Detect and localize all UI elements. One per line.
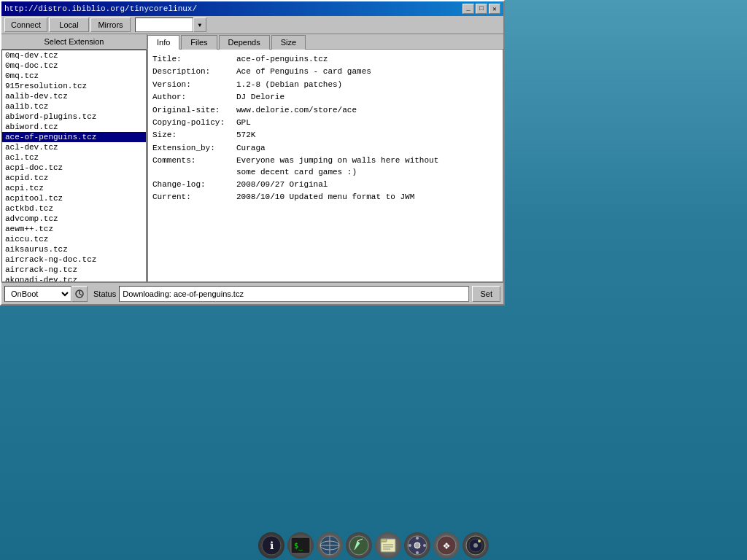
description-label: Description: [152,66,236,77]
copying-policy-value: GPL [236,117,498,128]
terminal-icon: $_ [290,534,311,556]
list-item[interactable]: 915resolution.tcz [2,81,146,91]
list-item[interactable]: aiksaurus.tcz [2,244,146,254]
status-label: Status [93,289,116,298]
extension-list[interactable]: 0mq-dev.tcz0mq-doc.tcz0mq.tcz915resoluti… [1,50,147,282]
info-row-current: Current: 2008/10/10 Updated menu format … [152,192,498,203]
svg-point-21 [416,551,419,554]
list-item[interactable]: aalib-dev.tcz [2,91,146,101]
taskbar-info-icon[interactable]: ℹ [258,532,285,559]
comments-value: Everyone was jumping on walls here witho… [236,155,498,178]
list-item[interactable]: 0mq-doc.tcz [2,61,146,71]
svg-text:ℹ: ℹ [270,540,274,551]
svg-point-29 [478,540,481,542]
title-value: ace-of-penguins.tcz [236,54,498,65]
list-item[interactable]: abiword.tcz [2,122,146,132]
list-item[interactable]: 0mq.tcz [2,71,146,81]
search-container: ▼ [135,18,206,32]
svg-line-2 [80,294,82,295]
comments-label: Comments: [152,155,236,178]
taskbar-file-icon[interactable] [375,532,401,559]
status-value: Downloading: ace-of-penguins.tcz [119,286,469,302]
list-item[interactable]: aircrack-ng-doc.tcz [2,254,146,265]
taskbar-apps-icon[interactable]: ❖ [433,532,460,559]
left-panel: Select Extension 0mq-dev.tcz0mq-doc.tcz0… [1,34,147,282]
taskbar-network-icon[interactable] [317,532,343,559]
svg-point-20 [416,537,419,540]
onboot-icon [74,289,85,299]
comments-line1: Everyone was jumping on walls here witho… [236,155,498,166]
file-icon [377,534,399,556]
list-item[interactable]: acpitool.tcz [2,193,146,203]
current-label: Current: [152,192,236,203]
info-row-copying-policy: Copying-policy: GPL [152,117,498,128]
info-row-size: Size: 572K [152,130,498,141]
list-item[interactable]: acpi-doc.tcz [2,163,146,173]
svg-rect-14 [381,539,387,542]
list-item[interactable]: abiword-plugins.tcz [2,112,146,122]
search-input[interactable] [135,18,193,32]
svg-text:❖: ❖ [443,540,450,553]
settings-icon [406,534,428,556]
maximize-button[interactable]: □ [476,4,487,14]
title-label: Title: [152,54,236,65]
taskbar-editor-icon[interactable] [346,532,372,559]
taskbar-settings-icon[interactable] [404,532,430,559]
info-row-description: Description: Ace of Penguins - card game… [152,66,498,77]
right-panel: Info Files Depends Size Title: ace-of-pe… [147,34,503,282]
tab-depends[interactable]: Depends [219,35,270,50]
bottom-bar: OnBoot OnDemand AlwaysLocal Status Downl… [1,282,503,304]
info-row-change-log: Change-log: 2008/09/27 Original [152,179,498,190]
list-item[interactable]: aewm++.tcz [2,224,146,234]
onboot-dropdown[interactable]: OnBoot OnDemand AlwaysLocal [4,286,71,302]
tab-info[interactable]: Info [147,35,179,50]
search-dropdown-button[interactable]: ▼ [193,18,206,32]
list-item[interactable]: aiccu.tcz [2,234,146,244]
list-item[interactable]: acpid.tcz [2,173,146,183]
size-label: Size: [152,130,236,141]
list-item[interactable]: 0mq-dev.tcz [2,50,146,61]
comments-line2: some decent card games :) [236,167,498,178]
svg-point-19 [414,542,420,548]
list-item[interactable]: acl-dev.tcz [2,142,146,152]
list-item[interactable]: advcomp.tcz [2,214,146,224]
list-item[interactable]: acl.tcz [2,152,146,163]
close-button[interactable]: ✕ [489,4,500,14]
info-row-version: Version: 1.2-8 (Debian patches) [152,79,498,90]
taskbar-disk-icon[interactable] [462,532,489,559]
set-button[interactable]: Set [472,286,500,302]
list-item[interactable]: akonadi-dev.tcz [2,275,146,282]
list-item[interactable]: acpi.tcz [2,183,146,193]
title-bar: http://distro.ibiblio.org/tinycorelinux/… [1,1,503,16]
network-icon [319,534,341,556]
mirrors-button[interactable]: Mirrors [90,18,131,32]
extension-list-items: 0mq-dev.tcz0mq-doc.tcz0mq.tcz915resoluti… [2,50,146,282]
panel-title: Select Extension [1,34,147,50]
info-row-comments: Comments: Everyone was jumping on walls … [152,155,498,178]
minimize-button[interactable]: _ [462,4,474,14]
tab-files[interactable]: Files [181,35,217,50]
version-label: Version: [152,79,236,90]
onboot-action-button[interactable] [71,286,88,302]
change-log-value: 2008/09/27 Original [236,179,498,190]
svg-point-23 [423,544,426,547]
list-item[interactable]: actkbd.tcz [2,203,146,214]
taskbar-terminal-icon[interactable]: $_ [287,532,314,559]
list-item[interactable]: ace-of-penguins.tcz [2,132,146,142]
window-title: http://distro.ibiblio.org/tinycorelinux/ [4,4,462,13]
onboot-select-container: OnBoot OnDemand AlwaysLocal [4,286,88,302]
list-item[interactable]: aalib.tcz [2,101,146,112]
change-log-label: Change-log: [152,179,236,190]
extension-by-value: Curaga [236,143,498,154]
tab-size[interactable]: Size [271,35,306,50]
disk-icon [465,534,487,556]
local-button[interactable]: Local [49,18,89,32]
connect-button[interactable]: Connect [4,18,47,32]
apps-icon: ❖ [436,534,457,556]
extension-by-label: Extension_by: [152,143,236,154]
tabs: Info Files Depends Size [147,34,503,50]
author-label: Author: [152,92,236,103]
info-icon: ℹ [260,534,282,556]
list-item[interactable]: aircrack-ng.tcz [2,265,146,275]
svg-point-22 [409,544,411,547]
